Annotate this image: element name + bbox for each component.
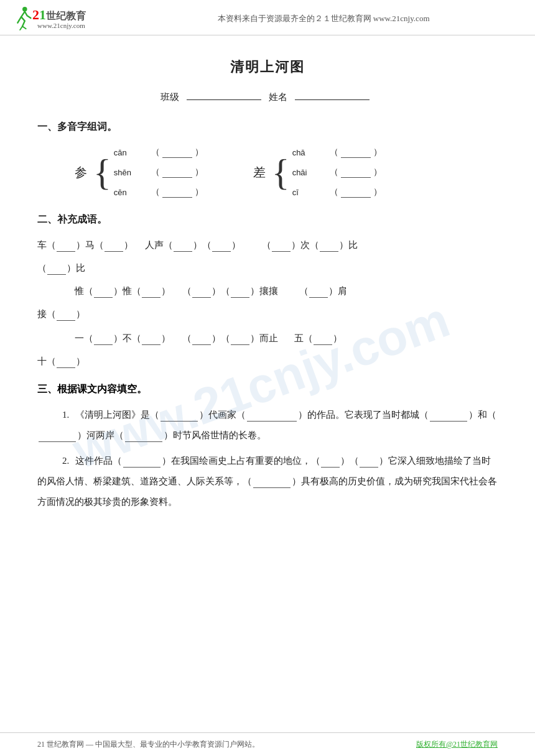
blank-ci2[interactable] bbox=[320, 241, 338, 252]
char1-group: 参 { cān （ ） shēn （ ） bbox=[75, 142, 228, 202]
blank-yi1[interactable] bbox=[94, 334, 113, 345]
char1-readings: cān （ ） shēn （ ） cēn （ bbox=[114, 142, 203, 202]
main-content: 清明上河图 班级 姓名 一、多音字组词。 参 { cān （ ） bbox=[0, 35, 535, 558]
section2-title: 二、补充成语。 bbox=[37, 213, 498, 226]
pinyin-chai: chāi bbox=[292, 168, 330, 177]
pinyin-shen: shēn bbox=[114, 168, 151, 177]
blank-l1b1[interactable] bbox=[47, 264, 66, 275]
blank-river[interactable] bbox=[39, 431, 76, 442]
blank-rang1[interactable] bbox=[192, 287, 211, 298]
logo-url: www.21cnjy.com bbox=[37, 22, 85, 29]
header-tagline: 本资料来自于资源最齐全的２１世纪教育网 www.21cnjy.com bbox=[124, 13, 523, 24]
logo-area: 21世纪教育 www.21cnjy.com bbox=[12, 6, 124, 31]
pinyin-cha: chā bbox=[292, 148, 330, 157]
blank-shi1[interactable] bbox=[57, 357, 75, 368]
footer-right-link[interactable]: 版权所有@21世纪教育网 bbox=[416, 739, 498, 750]
char1-label: 参 bbox=[75, 161, 87, 183]
right-brace: { bbox=[272, 154, 290, 191]
logo-text: 21世纪教育 www.21cnjy.com bbox=[32, 8, 86, 29]
char2-group: 差 { chā （ ） chāi （ ） bbox=[253, 142, 407, 202]
pinyin-item-cha: chā （ ） bbox=[292, 142, 382, 162]
chengyu-line1b: （）比 bbox=[37, 258, 498, 279]
pinyin-item-chai: chāi （ ） bbox=[292, 162, 382, 182]
blank-status[interactable] bbox=[123, 456, 160, 468]
page-header: 21世纪教育 www.21cnjy.com 本资料来自于资源最齐全的２１世纪教育… bbox=[0, 0, 535, 35]
blank-jie1[interactable] bbox=[57, 310, 75, 321]
pinyin-item-cen: cēn （ ） bbox=[114, 182, 203, 202]
left-brace: { bbox=[93, 154, 111, 191]
pinyin-cen: cēn bbox=[114, 188, 151, 197]
blank-ren2[interactable] bbox=[212, 241, 231, 252]
pinyin-item-shen: shēn （ ） bbox=[114, 162, 203, 182]
blank-wei2[interactable] bbox=[142, 287, 160, 298]
blank-cha[interactable] bbox=[341, 147, 371, 158]
pinyin-row: 参 { cān （ ） shēn （ ） bbox=[75, 142, 498, 202]
item2-num: 2. bbox=[62, 456, 69, 466]
footer-left: 21 世纪教育网 — 中国最大型、最专业的中小学教育资源门户网站。 bbox=[37, 739, 259, 750]
name-blank[interactable] bbox=[295, 99, 370, 100]
blank-wei1[interactable] bbox=[94, 287, 113, 298]
class-label: 班级 bbox=[160, 92, 179, 102]
chengyu-line3: 一（）不（） （）（）而止 五（） bbox=[75, 328, 498, 349]
blank-can[interactable] bbox=[162, 147, 192, 158]
name-label: 姓名 bbox=[269, 92, 287, 102]
blank-er1[interactable] bbox=[192, 334, 211, 345]
section3-title: 三、根据课文内容填空。 bbox=[37, 383, 498, 396]
char2-label: 差 bbox=[253, 161, 266, 183]
blank-season[interactable] bbox=[125, 431, 162, 442]
blank-cen[interactable] bbox=[162, 187, 192, 198]
chengyu-line3b: 十（） bbox=[37, 351, 498, 372]
class-name-line: 班级 姓名 bbox=[37, 91, 498, 103]
fillblank-item1: 1. 《清明上河图》是（）代画家（）的作品。它表现了当时都城（）和（）河两岸（）… bbox=[37, 405, 498, 446]
blank-painter[interactable] bbox=[247, 410, 297, 422]
blank-ren1[interactable] bbox=[174, 241, 192, 252]
blank-rang2[interactable] bbox=[231, 287, 249, 298]
runner-icon bbox=[12, 6, 32, 31]
blank-er2[interactable] bbox=[231, 334, 249, 345]
blank-therefore[interactable] bbox=[253, 477, 291, 488]
blank-city[interactable] bbox=[430, 410, 467, 422]
doc-title: 清明上河图 bbox=[37, 58, 498, 76]
blank-ci1[interactable] bbox=[272, 241, 291, 252]
blank-chai[interactable] bbox=[341, 167, 371, 178]
chengyu-line2b: 接（） bbox=[37, 304, 498, 325]
section2-content: 车（）马（） 人声（）（） （）次（）比 （）比 惟（）惟（） （）（）攘攘 （… bbox=[37, 235, 498, 372]
blank-bu1[interactable] bbox=[142, 334, 160, 345]
section3-content: 1. 《清明上河图》是（）代画家（）的作品。它表现了当时都城（）和（）河两岸（）… bbox=[37, 405, 498, 512]
blank-jian1[interactable] bbox=[309, 287, 328, 298]
fillblank-item2: 2. 这件作品（）在我国绘画史上占有重要的地位，（）（）它深入细致地描绘了当时的… bbox=[37, 451, 498, 512]
section1-content: 参 { cān （ ） shēn （ ） bbox=[75, 142, 498, 202]
page-footer: 21 世纪教育网 — 中国最大型、最专业的中小学教育资源门户网站。 版权所有@2… bbox=[0, 732, 535, 756]
chengyu-line2: 惟（）惟（） （）（）攘攘 （）肩 bbox=[75, 281, 498, 302]
blank-dynasty[interactable] bbox=[160, 410, 198, 422]
blank-ma1[interactable] bbox=[105, 241, 123, 252]
blank-reason2[interactable] bbox=[360, 456, 378, 468]
blank-ci[interactable] bbox=[341, 187, 371, 198]
pinyin-item-ci: cī （ ） bbox=[292, 182, 382, 202]
pinyin-item-can: cān （ ） bbox=[114, 142, 203, 162]
char2-readings: chā （ ） chāi （ ） cī （ bbox=[292, 142, 382, 202]
class-blank[interactable] bbox=[187, 99, 261, 100]
blank-shen[interactable] bbox=[162, 167, 192, 178]
pinyin-can: cān bbox=[114, 148, 151, 157]
blank-che1[interactable] bbox=[57, 241, 75, 252]
pinyin-ci: cī bbox=[292, 188, 330, 197]
item1-num: 1. bbox=[62, 410, 69, 420]
blank-reason1[interactable] bbox=[321, 456, 340, 468]
blank-wu1[interactable] bbox=[314, 334, 332, 345]
section1-title: 一、多音字组词。 bbox=[37, 121, 498, 134]
logo-number: 21世纪教育 bbox=[32, 8, 86, 22]
chengyu-line1: 车（）马（） 人声（）（） （）次（）比 bbox=[37, 235, 498, 256]
